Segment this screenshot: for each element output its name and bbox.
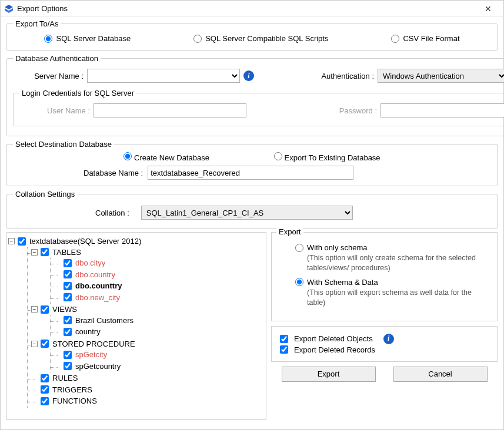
export-to-legend: Export To/As (13, 19, 61, 28)
collation-combo[interactable]: SQL_Latin1_General_CP1_CI_AS (141, 206, 353, 220)
radio-existing-db-input[interactable] (274, 152, 282, 160)
tree-leaf-label: spGetcity (75, 350, 107, 359)
tree-check[interactable] (64, 282, 72, 290)
radio-sql-server-input[interactable] (44, 35, 52, 43)
radio-existing-db[interactable]: Export To Existing Database (274, 152, 380, 162)
tree-leaf-label: dbo.country (75, 270, 115, 279)
check-deleted-records[interactable] (280, 345, 288, 354)
tree-leaf-label: dbo.counttry (75, 281, 122, 290)
tree-root-label: textdatabasee(SQL Server 2012) (29, 237, 141, 246)
export-mode-legend: Export (276, 227, 303, 236)
tree-check[interactable] (64, 259, 72, 267)
radio-schema-data-input[interactable] (295, 278, 303, 286)
expander-icon[interactable]: − (31, 341, 38, 347)
export-to-fieldset: Export To/As SQL Server Database SQL Ser… (6, 19, 498, 51)
schema-data-hint: (This option will export schema as well … (307, 288, 489, 308)
db-auth-legend: Database Authentication (13, 54, 101, 63)
tree-leaf-label: dbo.cityy (75, 258, 105, 267)
check-deleted-objects-label: Export Deleted Objects (294, 334, 373, 343)
tree-group-views[interactable]: − VIEWS Brazil Customerscountry (32, 304, 263, 339)
dialog-title: Export Options (17, 4, 476, 13)
tree-leaf[interactable]: dbo.counttry (55, 281, 263, 293)
tree-group-label: TABLES (52, 248, 81, 257)
tree-check[interactable] (64, 328, 72, 336)
tree-group-sp[interactable]: − STORED PROCEDURE spGetcityspGetcountry (32, 339, 263, 374)
tree-check[interactable] (18, 237, 26, 246)
svg-marker-0 (5, 5, 13, 9)
tree-check[interactable] (41, 385, 49, 394)
collation-legend: Collation Settings (13, 190, 77, 199)
tree-leaf[interactable]: country (55, 327, 263, 338)
object-tree[interactable]: − textdatabasee(SQL Server 2012) − TABLE… (6, 232, 266, 420)
titlebar: Export Options ✕ (1, 1, 503, 17)
radio-schema-only[interactable]: With only schema (295, 243, 489, 252)
tree-leaf[interactable]: dbo.cityy (55, 258, 263, 270)
radio-sql-scripts-label: SQL Server Compatible SQL Scripts (205, 34, 328, 43)
tree-check[interactable] (64, 351, 72, 359)
info-icon[interactable]: i (383, 334, 394, 344)
tree-group-label: STORED PROCEDURE (52, 340, 135, 348)
server-name-combo[interactable] (87, 69, 240, 83)
tree-group-functions[interactable]: FUNCTIONS (32, 396, 263, 408)
radio-sql-server-label: SQL Server Database (56, 34, 131, 43)
expander-icon[interactable]: − (31, 249, 38, 256)
radio-schema-only-label: With only schema (307, 243, 368, 252)
tree-group-triggers[interactable]: TRIGGERS (32, 385, 263, 397)
radio-csv-input[interactable] (391, 35, 399, 43)
info-icon[interactable]: i (243, 70, 254, 81)
radio-csv[interactable]: CSV File Format (391, 34, 459, 43)
username-field (94, 103, 246, 117)
expander-icon[interactable]: − (8, 238, 15, 244)
tree-leaf[interactable]: spGetcity (55, 350, 263, 361)
collation-label: Collation : (95, 209, 129, 217)
tree-check[interactable] (41, 248, 49, 256)
cancel-button[interactable]: Cancel (393, 367, 488, 382)
username-label: User Name : (19, 106, 90, 115)
tree-leaf[interactable]: dbo.new_city (55, 293, 263, 304)
tree-check[interactable] (41, 340, 49, 348)
schema-only-hint: (This option will only create schema for… (307, 253, 489, 273)
tree-leaf[interactable]: spGetcountry (55, 361, 263, 373)
password-field (380, 103, 504, 117)
export-mode-box: Export With only schema (This option wil… (271, 232, 498, 321)
tree-leaf[interactable]: Brazil Customers (55, 315, 263, 327)
tree-check[interactable] (41, 397, 49, 405)
tree-check[interactable] (64, 362, 72, 370)
login-fieldset: Login Credentials for SQL Server User Na… (13, 89, 504, 126)
check-deleted-objects[interactable] (280, 335, 288, 343)
tree-check[interactable] (41, 374, 49, 382)
tree-check[interactable] (64, 316, 72, 324)
expander-icon[interactable]: − (31, 306, 38, 313)
tree-group-tables[interactable]: − TABLES dbo.cityydbo.countrydbo.counttr… (32, 247, 263, 305)
tree-group-rules[interactable]: RULES (32, 373, 263, 385)
radio-sql-server[interactable]: SQL Server Database (44, 34, 131, 43)
radio-sql-scripts[interactable]: SQL Server Compatible SQL Scripts (193, 34, 328, 43)
db-name-field[interactable] (148, 166, 353, 180)
radio-schema-data[interactable]: With Schema & Data (295, 278, 489, 287)
export-button[interactable]: Export (282, 367, 376, 382)
radio-create-new-db[interactable]: Create New Database (124, 152, 209, 162)
tree-group-label: FUNCTIONS (52, 397, 97, 405)
tree-group-label: TRIGGERS (52, 385, 92, 394)
password-label: Password : (301, 106, 377, 115)
db-name-label: Database Name : (84, 169, 143, 177)
tree-check[interactable] (41, 305, 49, 314)
tree-leaf[interactable]: dbo.country (55, 270, 263, 281)
radio-create-new-db-input[interactable] (124, 152, 132, 160)
tree-leaf-label: spGetcountry (75, 362, 121, 371)
authentication-combo[interactable]: Windows Authentication (378, 69, 504, 83)
radio-existing-db-label: Export To Existing Database (285, 153, 380, 162)
tree-root[interactable]: − textdatabasee(SQL Server 2012) − TABLE… (9, 236, 263, 408)
tree-leaf-label: country (75, 327, 101, 336)
radio-schema-only-input[interactable] (295, 244, 303, 252)
authentication-label: Authentication : (298, 72, 374, 80)
radio-sql-scripts-input[interactable] (193, 35, 202, 43)
deleted-options-box: Export Deleted Objects i Export Deleted … (271, 326, 498, 362)
tree-leaf-label: Brazil Customers (75, 316, 133, 325)
login-legend: Login Credentials for SQL Server (19, 89, 136, 98)
db-auth-fieldset: Database Authentication Server Name : i … (6, 54, 504, 136)
tree-check[interactable] (64, 293, 72, 301)
tree-group-label: RULES (52, 374, 78, 382)
close-button[interactable]: ✕ (476, 4, 500, 14)
tree-check[interactable] (64, 270, 72, 278)
